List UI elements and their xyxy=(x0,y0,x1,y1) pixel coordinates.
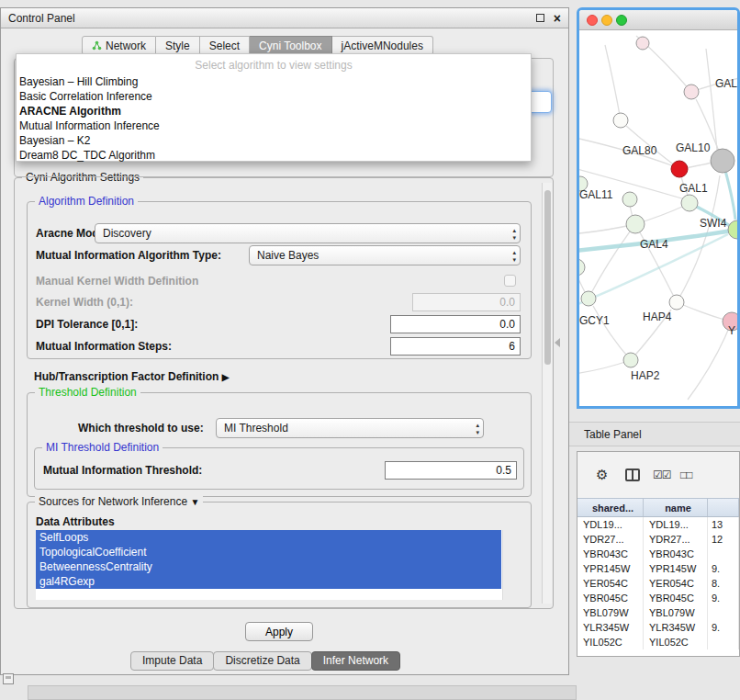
columns-icon[interactable] xyxy=(625,469,640,481)
node-gal4[interactable] xyxy=(626,215,645,233)
tab-impute-data[interactable]: Impute Data xyxy=(130,651,214,671)
aracne-mode-combo[interactable]: Discovery ▴▾ xyxy=(95,223,521,243)
mi-threshold-label: Mutual Information Threshold: xyxy=(43,460,202,480)
mi-type-combo[interactable]: Naive Bayes ▴▾ xyxy=(249,245,521,265)
algorithm-option[interactable]: Bayesian – Hill Climbing xyxy=(17,74,531,89)
column-header-shared[interactable]: shared... xyxy=(577,499,644,516)
control-panel-window: Control Panel × Network Style Select Cyn… xyxy=(0,7,569,675)
cell: 9. xyxy=(708,591,739,605)
attribute-item-selected[interactable]: BetweennessCentrality xyxy=(36,559,501,574)
table-row[interactable]: YER054CYER054C8. xyxy=(577,576,739,591)
node-gal1[interactable] xyxy=(681,195,698,211)
sources-legend[interactable]: Sources for Network Inference ▼ xyxy=(35,495,203,508)
cell: YIL052C xyxy=(644,635,708,649)
algorithm-option-selected[interactable]: ARACNE Algorithm xyxy=(17,104,531,119)
which-threshold-combo[interactable]: MI Threshold ▴▾ xyxy=(216,418,484,438)
table-row[interactable]: YDR27...YDR27...12 xyxy=(577,532,739,547)
node-gal80[interactable] xyxy=(613,113,628,128)
float-window-icon[interactable] xyxy=(536,14,544,22)
column-header-extra[interactable] xyxy=(708,499,739,516)
cell: YBR045C xyxy=(644,591,708,605)
tab-network[interactable]: Network xyxy=(82,36,156,55)
bottom-bar xyxy=(28,685,577,700)
tab-discretize-data[interactable]: Discretize Data xyxy=(213,651,311,671)
network-view-window: GAL80 GAL10 GAL11 GAL1 SWI4 GAL4 GCY1 HA… xyxy=(577,7,740,409)
close-icon[interactable]: × xyxy=(554,14,561,23)
algorithm-option[interactable]: Dream8 DC_TDC Algorithm xyxy=(17,148,531,163)
table-panel-window: ⚙ ☑☑ □□ shared... name YDL19...YDL19...1… xyxy=(577,451,740,657)
threshold-definition-legend: Threshold Definition xyxy=(35,386,140,399)
table-row[interactable]: YLR345WYLR345W9. xyxy=(577,620,739,635)
which-threshold-label: Which threshold to use: xyxy=(78,418,204,438)
dpi-tolerance-label: DPI Tolerance [0,1]: xyxy=(36,314,138,334)
settings-scrollbar[interactable] xyxy=(542,183,552,604)
node-swi4[interactable] xyxy=(728,220,737,239)
node[interactable] xyxy=(622,192,637,207)
gear-icon[interactable]: ⚙ xyxy=(596,467,608,483)
algorithm-option[interactable]: Basic Correlation Inference xyxy=(17,89,531,104)
node-hap2[interactable] xyxy=(623,353,638,367)
table-row[interactable]: YBL079WYBL079W xyxy=(577,605,739,620)
network-window-titlebar[interactable] xyxy=(579,10,737,30)
table-row[interactable]: YBR045CYBR045C9. xyxy=(577,591,739,605)
tab-cyni-toolbox[interactable]: Cyni Toolbox xyxy=(250,36,331,55)
cell: YBR043C xyxy=(644,547,708,561)
panel-dock-icon[interactable] xyxy=(3,673,14,684)
attribute-item-selected[interactable]: gal4RGexp xyxy=(36,574,501,589)
network-canvas[interactable]: GAL80 GAL10 GAL11 GAL1 SWI4 GAL4 GCY1 HA… xyxy=(579,30,737,406)
column-header-name[interactable]: name xyxy=(644,499,708,516)
tab-style[interactable]: Style xyxy=(156,36,200,55)
aracne-mode-value: Discovery xyxy=(103,227,151,240)
kernel-width-field xyxy=(412,293,521,311)
cell: YER054C xyxy=(644,576,708,591)
table-panel-header: Table Panel xyxy=(569,422,740,446)
table-row[interactable]: YPR145WYPR145W9. xyxy=(577,561,739,576)
table-row[interactable]: YDL19...YDL19...13 xyxy=(577,517,739,532)
node-gcy1[interactable] xyxy=(581,291,596,306)
tab-jactivemnodules[interactable]: jActiveMNodules xyxy=(332,36,433,55)
node-hap4[interactable] xyxy=(669,295,684,310)
tab-infer-network[interactable]: Infer Network xyxy=(311,651,400,671)
select-all-checkboxes-icon[interactable]: ☑☑ xyxy=(653,469,671,481)
mi-steps-field[interactable] xyxy=(390,337,521,356)
node-label: GAL7 xyxy=(715,77,737,90)
deselect-all-checkboxes-icon[interactable]: □□ xyxy=(680,469,692,481)
hub-definition-expander[interactable]: Hub/Transcription Factor Definition ▶ xyxy=(34,367,229,387)
attribute-item-selected[interactable]: SelfLoops xyxy=(36,530,501,545)
node-label: HAP4 xyxy=(643,310,672,323)
algorithm-dropdown: Select algorithm to view settings Bayesi… xyxy=(16,53,532,162)
algorithm-option[interactable]: Bayesian – K2 xyxy=(17,133,531,148)
sources-legend-label: Sources for Network Inference xyxy=(39,495,187,508)
attribute-item-selected[interactable]: TopologicalCoefficient xyxy=(36,545,501,559)
tab-label: Style xyxy=(165,40,190,52)
node-gal7[interactable] xyxy=(684,85,699,99)
window-title: Control Panel xyxy=(8,12,536,25)
close-traffic-light[interactable] xyxy=(587,15,598,26)
attributes-scrollbar[interactable] xyxy=(502,530,511,600)
which-threshold-value: MI Threshold xyxy=(224,422,288,435)
network-icon xyxy=(92,40,102,51)
splitter-collapse-handle[interactable] xyxy=(555,338,560,347)
cell: YBL079W xyxy=(644,605,708,620)
node-hub-gray[interactable] xyxy=(711,149,734,173)
combo-arrows-icon: ▴▾ xyxy=(476,422,479,436)
settings-scrollbar-thumb[interactable] xyxy=(544,190,551,365)
cell xyxy=(708,547,739,561)
dpi-tolerance-field[interactable] xyxy=(390,315,521,333)
table-body: YDL19...YDL19...13 YDR27...YDR27...12 YB… xyxy=(577,517,739,657)
tab-select[interactable]: Select xyxy=(200,36,250,55)
node[interactable] xyxy=(636,37,649,50)
table-row[interactable]: YIL052CYIL052C xyxy=(577,635,739,649)
zoom-traffic-light[interactable] xyxy=(616,15,627,26)
apply-button[interactable]: Apply xyxy=(245,622,313,641)
node[interactable] xyxy=(579,259,585,276)
cell xyxy=(708,635,739,649)
node-gal10[interactable] xyxy=(671,161,688,177)
node-labels: GAL80 GAL10 GAL11 GAL1 SWI4 GAL4 GCY1 HA… xyxy=(579,77,737,382)
network-graph: GAL80 GAL10 GAL11 GAL1 SWI4 GAL4 GCY1 HA… xyxy=(579,30,737,406)
mi-threshold-field[interactable] xyxy=(385,461,517,480)
hub-definition-label: Hub/Transcription Factor Definition xyxy=(34,370,219,383)
algorithm-option[interactable]: Mutual Information Inference xyxy=(17,119,531,133)
minimize-traffic-light[interactable] xyxy=(601,15,612,26)
table-row[interactable]: YBR043CYBR043C xyxy=(577,547,739,561)
